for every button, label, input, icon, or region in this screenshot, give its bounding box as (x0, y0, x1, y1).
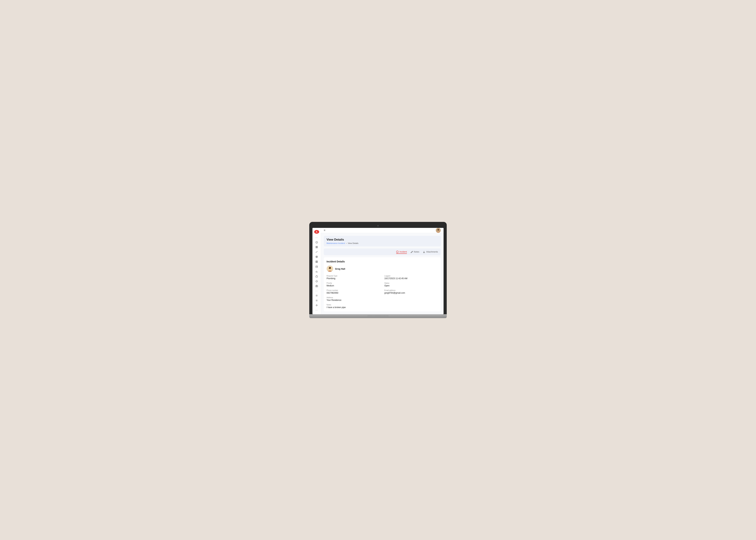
incident-card: Incident Details (324, 257, 441, 312)
svg-rect-21 (315, 286, 317, 287)
laptop-base (309, 314, 447, 318)
sidebar-item-settings2[interactable] (314, 298, 319, 303)
incident-user-name: Greg Hall (335, 268, 345, 270)
user-row: Greg Hall (326, 265, 438, 272)
sidebar-dots-top: ··· (315, 236, 318, 239)
detail-request-type-value: Plumbing (326, 277, 380, 280)
tab-bar: i Incident Notes (324, 248, 441, 255)
notes-value: I have a broken pipe (326, 306, 438, 309)
detail-logged: Logged 10/17/2023 11:42:45 AM (384, 275, 438, 280)
laptop-mockup: A ··· (309, 222, 447, 318)
detail-status-value: Open (384, 284, 438, 287)
svg-point-22 (316, 286, 317, 287)
breadcrumb-section: View Details Maintenance Incident • View… (324, 236, 441, 246)
trackpad (367, 315, 389, 318)
svg-rect-32 (438, 229, 439, 230)
svg-rect-1 (315, 246, 316, 247)
svg-rect-8 (315, 261, 317, 263)
sidebar-item-target[interactable] (314, 255, 319, 259)
app-logo[interactable]: A (314, 230, 319, 234)
detail-email-value: greg9764@gmail.com (384, 292, 438, 294)
svg-rect-12 (315, 266, 317, 268)
sidebar-item-settings1[interactable] (314, 293, 319, 298)
page-content-area: View Details Maintenance Incident • View… (321, 233, 443, 314)
sidebar-item-briefcase[interactable] (314, 274, 319, 278)
breadcrumb-separator: • (346, 242, 347, 244)
detail-priority: Priority Medium (326, 282, 380, 287)
svg-rect-4 (317, 247, 317, 248)
svg-point-7 (316, 257, 317, 257)
detail-priority-label: Priority (326, 282, 380, 284)
svg-rect-3 (315, 247, 316, 248)
breadcrumb-parent[interactable]: Maintenance Incident (326, 242, 345, 244)
detail-logged-value: 10/17/2023 11:42:45 AM (384, 277, 438, 280)
sidebar-item-settings3[interactable] (314, 303, 319, 307)
detail-email-label: Email address (384, 289, 438, 291)
hamburger-button[interactable]: ≡ (324, 229, 325, 232)
incident-notes-section: Notes I have a broken pipe (326, 304, 438, 309)
detail-phone-label: Phone number (326, 289, 380, 291)
detail-status: Status Open (384, 282, 438, 287)
detail-phone: Phone number 0827982660 (326, 289, 380, 294)
page-title: View Details (326, 238, 438, 241)
svg-point-38 (329, 267, 329, 268)
tab-attachments[interactable]: Attachments (423, 250, 438, 254)
sidebar-item-camera[interactable] (314, 284, 319, 288)
svg-point-24 (316, 300, 317, 301)
sidebar-item-bell[interactable] (314, 279, 319, 283)
tab-notes-label: Notes (414, 251, 419, 253)
incident-section-title: Incident Details (326, 260, 438, 263)
tab-incident[interactable]: i Incident (396, 250, 407, 254)
svg-rect-20 (315, 276, 317, 277)
detail-priority-value: Medium (326, 284, 380, 287)
sidebar: A ··· (313, 228, 321, 314)
detail-logged-label: Logged (384, 275, 438, 277)
address-label: Address (326, 297, 438, 299)
sidebar-dots-mid: ··· (315, 289, 318, 292)
detail-request-type-label: Request Type (326, 275, 380, 277)
incident-details-grid: Request Type Plumbing Logged 10/17/2023 … (326, 275, 438, 294)
incident-user-avatar (326, 265, 333, 272)
sidebar-dots-bottom: ··· (315, 309, 318, 312)
screen-bezel: A ··· (309, 222, 447, 314)
sidebar-item-bar-chart[interactable] (314, 269, 319, 274)
svg-point-23 (316, 295, 317, 296)
tab-attachments-label: Attachments (426, 251, 438, 253)
sidebar-item-grid[interactable] (314, 245, 319, 249)
sidebar-item-table[interactable] (314, 260, 319, 264)
breadcrumb: Maintenance Incident • View Details (326, 242, 438, 244)
tab-notes[interactable]: Notes (411, 250, 419, 254)
breadcrumb-current: View Details (348, 242, 358, 244)
detail-request-type: Request Type Plumbing (326, 275, 380, 280)
main-content: ≡ View Details (321, 228, 443, 314)
svg-point-25 (316, 305, 317, 306)
user-avatar[interactable] (436, 228, 441, 233)
incident-address-section: Address Your Residence (326, 297, 438, 301)
top-bar: ≡ (321, 228, 443, 233)
logo-letter: A (316, 230, 317, 233)
tab-incident-label: Incident (400, 251, 407, 253)
address-value: Your Residence (326, 299, 438, 301)
sidebar-item-clock[interactable] (314, 240, 319, 244)
sidebar-item-calendar[interactable] (314, 265, 319, 269)
notes-label: Notes (326, 304, 438, 306)
detail-email: Email address greg9764@gmail.com (384, 289, 438, 294)
screen: A ··· (313, 228, 443, 314)
detail-status-label: Status (384, 282, 438, 284)
detail-phone-value: 0827982660 (326, 292, 380, 294)
sidebar-item-chart[interactable] (314, 250, 319, 254)
svg-rect-2 (317, 246, 317, 247)
svg-text:i: i (397, 251, 398, 253)
